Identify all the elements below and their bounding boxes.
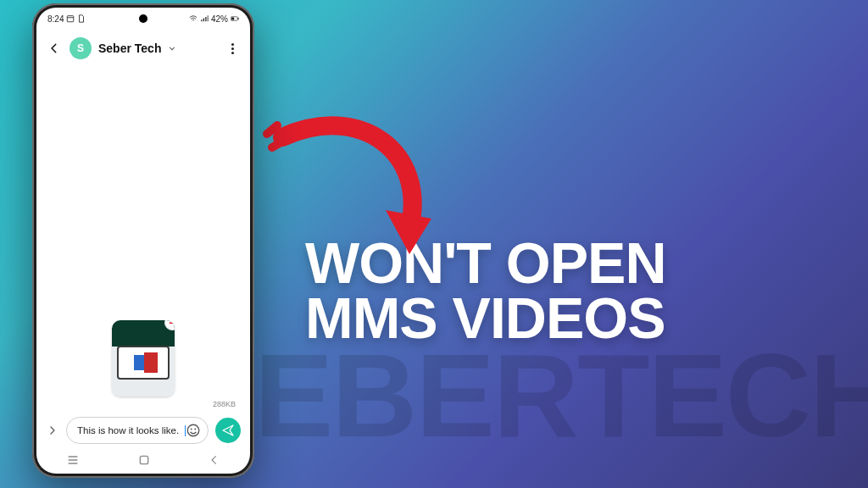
thumbnail-preview [117, 346, 170, 380]
svg-rect-6 [237, 18, 238, 19]
chevron-down-icon[interactable] [168, 44, 176, 53]
phone-frame: 8:24 42% S Seber Tech [32, 3, 254, 478]
contact-name[interactable]: Seber Tech [98, 42, 161, 55]
android-navbar [37, 447, 249, 473]
chevron-left-icon [48, 42, 60, 54]
message-composer: This is how it looks like. [37, 410, 249, 447]
more-options-button[interactable] [224, 40, 241, 57]
status-time: 8:24 [47, 14, 64, 24]
attachment-filesize: 288KB [47, 400, 239, 408]
battery-icon [231, 14, 239, 23]
contact-avatar[interactable]: S [70, 37, 92, 59]
home-button[interactable] [137, 453, 151, 467]
phone-status-icon [77, 14, 86, 23]
messages-area: − 288KB [37, 68, 249, 410]
message-input[interactable]: This is how it looks like. [66, 417, 209, 444]
expand-input-button[interactable] [46, 424, 59, 437]
svg-point-8 [191, 429, 192, 430]
message-input-text: This is how it looks like. [77, 425, 184, 435]
attachment-thumbnail[interactable]: − [112, 320, 175, 396]
send-button[interactable] [215, 418, 241, 443]
battery-percent: 42% [211, 14, 228, 24]
chat-header: S Seber Tech [37, 29, 249, 68]
calendar-icon [66, 14, 75, 23]
chevron-right-icon [47, 425, 58, 435]
recents-button[interactable] [66, 453, 80, 467]
signal-icon [200, 14, 209, 23]
svg-rect-13 [140, 456, 147, 463]
back-button[interactable] [46, 40, 63, 57]
send-icon [221, 424, 235, 437]
pointer-arrow [259, 110, 453, 263]
svg-rect-5 [231, 17, 234, 19]
emoji-icon[interactable] [186, 423, 201, 438]
remove-attachment-button[interactable]: − [164, 320, 175, 330]
phone-screen: 8:24 42% S Seber Tech [37, 8, 249, 473]
camera-punchhole [139, 14, 147, 23]
wifi-icon [189, 14, 198, 23]
headline-line-2: MMS VIDEOS [305, 291, 666, 346]
svg-point-7 [187, 424, 199, 436]
svg-rect-2 [68, 16, 75, 22]
nav-back-button[interactable] [209, 454, 220, 466]
svg-point-9 [194, 429, 196, 430]
